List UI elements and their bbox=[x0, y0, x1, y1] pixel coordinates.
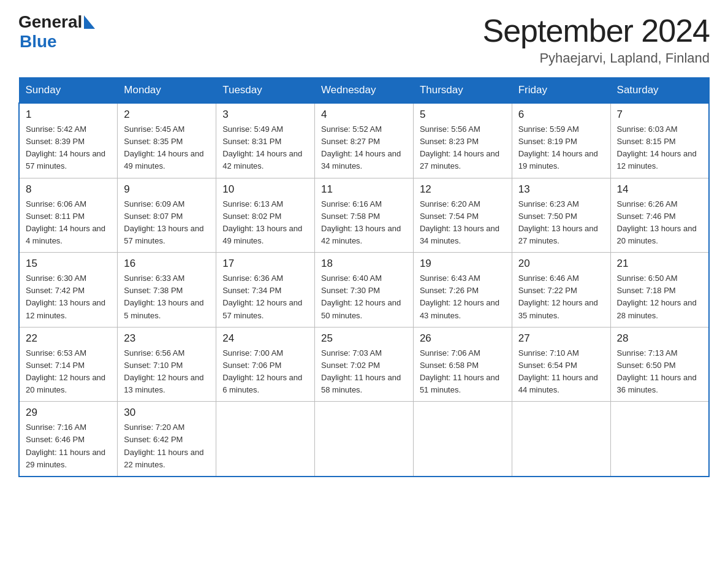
calendar-day-cell: 14Sunrise: 6:26 AMSunset: 7:46 PMDayligh… bbox=[610, 178, 709, 253]
weekday-header-sunday: Sunday bbox=[19, 78, 118, 104]
day-info: Sunrise: 6:23 AMSunset: 7:50 PMDaylight:… bbox=[518, 198, 604, 248]
calendar-table: SundayMondayTuesdayWednesdayThursdayFrid… bbox=[18, 77, 710, 477]
day-info: Sunrise: 7:16 AMSunset: 6:46 PMDaylight:… bbox=[26, 421, 111, 471]
calendar-week-row: 8Sunrise: 6:06 AMSunset: 8:11 PMDaylight… bbox=[19, 178, 709, 253]
day-number: 8 bbox=[26, 183, 111, 196]
day-number: 14 bbox=[617, 183, 702, 196]
weekday-header-row: SundayMondayTuesdayWednesdayThursdayFrid… bbox=[19, 78, 709, 104]
day-number: 16 bbox=[124, 258, 210, 270]
day-info: Sunrise: 5:42 AMSunset: 8:39 PMDaylight:… bbox=[26, 123, 111, 173]
day-number: 13 bbox=[518, 183, 604, 196]
calendar-day-cell bbox=[512, 402, 610, 477]
day-info: Sunrise: 5:52 AMSunset: 8:27 PMDaylight:… bbox=[321, 123, 407, 173]
calendar-week-row: 15Sunrise: 6:30 AMSunset: 7:42 PMDayligh… bbox=[19, 253, 709, 327]
day-number: 9 bbox=[124, 183, 210, 196]
calendar-day-cell: 18Sunrise: 6:40 AMSunset: 7:30 PMDayligh… bbox=[315, 253, 414, 327]
calendar-day-cell: 11Sunrise: 6:16 AMSunset: 7:58 PMDayligh… bbox=[315, 178, 414, 253]
weekday-header-tuesday: Tuesday bbox=[216, 78, 315, 104]
day-info: Sunrise: 6:43 AMSunset: 7:26 PMDaylight:… bbox=[420, 272, 506, 322]
day-number: 29 bbox=[26, 407, 111, 419]
day-number: 12 bbox=[420, 183, 506, 196]
calendar-subtitle: Pyhaejarvi, Lapland, Finland bbox=[483, 50, 710, 66]
day-info: Sunrise: 6:26 AMSunset: 7:46 PMDaylight:… bbox=[617, 198, 702, 248]
day-number: 20 bbox=[518, 258, 604, 270]
day-info: Sunrise: 6:09 AMSunset: 8:07 PMDaylight:… bbox=[124, 198, 210, 248]
day-number: 3 bbox=[222, 109, 308, 121]
day-info: Sunrise: 6:30 AMSunset: 7:42 PMDaylight:… bbox=[26, 272, 111, 322]
calendar-day-cell: 19Sunrise: 6:43 AMSunset: 7:26 PMDayligh… bbox=[413, 253, 512, 327]
calendar-day-cell: 1Sunrise: 5:42 AMSunset: 8:39 PMDaylight… bbox=[19, 103, 118, 178]
calendar-day-cell: 15Sunrise: 6:30 AMSunset: 7:42 PMDayligh… bbox=[19, 253, 118, 327]
day-info: Sunrise: 7:00 AMSunset: 7:06 PMDaylight:… bbox=[222, 347, 308, 397]
calendar-day-cell: 17Sunrise: 6:36 AMSunset: 7:34 PMDayligh… bbox=[216, 253, 315, 327]
day-number: 27 bbox=[518, 332, 604, 345]
day-info: Sunrise: 6:20 AMSunset: 7:54 PMDaylight:… bbox=[420, 198, 506, 248]
day-info: Sunrise: 6:06 AMSunset: 8:11 PMDaylight:… bbox=[26, 198, 111, 248]
day-info: Sunrise: 6:56 AMSunset: 7:10 PMDaylight:… bbox=[124, 347, 210, 397]
day-number: 19 bbox=[420, 258, 506, 270]
logo-blue-text: Blue bbox=[20, 32, 57, 52]
calendar-day-cell: 22Sunrise: 6:53 AMSunset: 7:14 PMDayligh… bbox=[19, 327, 118, 402]
calendar-day-cell bbox=[315, 402, 414, 477]
day-number: 1 bbox=[26, 109, 111, 121]
day-info: Sunrise: 7:10 AMSunset: 6:54 PMDaylight:… bbox=[518, 347, 604, 397]
day-info: Sunrise: 5:56 AMSunset: 8:23 PMDaylight:… bbox=[420, 123, 506, 173]
day-info: Sunrise: 6:13 AMSunset: 8:02 PMDaylight:… bbox=[222, 198, 308, 248]
calendar-day-cell: 28Sunrise: 7:13 AMSunset: 6:50 PMDayligh… bbox=[610, 327, 709, 402]
svg-marker-0 bbox=[84, 15, 95, 29]
title-block: September 2024 Pyhaejarvi, Lapland, Finl… bbox=[483, 12, 710, 66]
day-info: Sunrise: 6:40 AMSunset: 7:30 PMDaylight:… bbox=[321, 272, 407, 322]
day-number: 25 bbox=[321, 332, 407, 345]
calendar-day-cell: 20Sunrise: 6:46 AMSunset: 7:22 PMDayligh… bbox=[512, 253, 610, 327]
day-info: Sunrise: 7:20 AMSunset: 6:42 PMDaylight:… bbox=[124, 421, 210, 471]
calendar-week-row: 1Sunrise: 5:42 AMSunset: 8:39 PMDaylight… bbox=[19, 103, 709, 178]
day-number: 24 bbox=[222, 332, 308, 345]
calendar-day-cell: 21Sunrise: 6:50 AMSunset: 7:18 PMDayligh… bbox=[610, 253, 709, 327]
calendar-day-cell: 23Sunrise: 6:56 AMSunset: 7:10 PMDayligh… bbox=[118, 327, 216, 402]
page-header: General Blue September 2024 Pyhaejarvi, … bbox=[18, 12, 710, 66]
day-info: Sunrise: 7:13 AMSunset: 6:50 PMDaylight:… bbox=[617, 347, 702, 397]
calendar-day-cell: 13Sunrise: 6:23 AMSunset: 7:50 PMDayligh… bbox=[512, 178, 610, 253]
calendar-day-cell: 25Sunrise: 7:03 AMSunset: 7:02 PMDayligh… bbox=[315, 327, 414, 402]
day-number: 22 bbox=[26, 332, 111, 345]
calendar-day-cell bbox=[610, 402, 709, 477]
calendar-day-cell: 30Sunrise: 7:20 AMSunset: 6:42 PMDayligh… bbox=[118, 402, 216, 477]
calendar-day-cell: 2Sunrise: 5:45 AMSunset: 8:35 PMDaylight… bbox=[118, 103, 216, 178]
calendar-day-cell: 4Sunrise: 5:52 AMSunset: 8:27 PMDaylight… bbox=[315, 103, 414, 178]
weekday-header-monday: Monday bbox=[118, 78, 216, 104]
day-number: 26 bbox=[420, 332, 506, 345]
day-number: 18 bbox=[321, 258, 407, 270]
calendar-day-cell: 12Sunrise: 6:20 AMSunset: 7:54 PMDayligh… bbox=[413, 178, 512, 253]
calendar-day-cell: 26Sunrise: 7:06 AMSunset: 6:58 PMDayligh… bbox=[413, 327, 512, 402]
calendar-day-cell: 3Sunrise: 5:49 AMSunset: 8:31 PMDaylight… bbox=[216, 103, 315, 178]
day-number: 7 bbox=[617, 109, 702, 121]
calendar-day-cell: 8Sunrise: 6:06 AMSunset: 8:11 PMDaylight… bbox=[19, 178, 118, 253]
calendar-title: September 2024 bbox=[483, 12, 710, 49]
day-info: Sunrise: 6:33 AMSunset: 7:38 PMDaylight:… bbox=[124, 272, 210, 322]
day-info: Sunrise: 7:03 AMSunset: 7:02 PMDaylight:… bbox=[321, 347, 407, 397]
calendar-day-cell: 9Sunrise: 6:09 AMSunset: 8:07 PMDaylight… bbox=[118, 178, 216, 253]
logo-general-text: General bbox=[18, 12, 82, 32]
day-number: 5 bbox=[420, 109, 506, 121]
day-info: Sunrise: 6:36 AMSunset: 7:34 PMDaylight:… bbox=[222, 272, 308, 322]
weekday-header-saturday: Saturday bbox=[610, 78, 709, 104]
day-info: Sunrise: 5:49 AMSunset: 8:31 PMDaylight:… bbox=[222, 123, 308, 173]
logo-triangle-icon bbox=[84, 15, 95, 31]
calendar-week-row: 22Sunrise: 6:53 AMSunset: 7:14 PMDayligh… bbox=[19, 327, 709, 402]
day-info: Sunrise: 6:46 AMSunset: 7:22 PMDaylight:… bbox=[518, 272, 604, 322]
calendar-day-cell: 10Sunrise: 6:13 AMSunset: 8:02 PMDayligh… bbox=[216, 178, 315, 253]
calendar-day-cell: 7Sunrise: 6:03 AMSunset: 8:15 PMDaylight… bbox=[610, 103, 709, 178]
day-info: Sunrise: 5:59 AMSunset: 8:19 PMDaylight:… bbox=[518, 123, 604, 173]
calendar-day-cell bbox=[216, 402, 315, 477]
calendar-day-cell: 16Sunrise: 6:33 AMSunset: 7:38 PMDayligh… bbox=[118, 253, 216, 327]
day-number: 17 bbox=[222, 258, 308, 270]
calendar-day-cell bbox=[413, 402, 512, 477]
calendar-day-cell: 27Sunrise: 7:10 AMSunset: 6:54 PMDayligh… bbox=[512, 327, 610, 402]
day-info: Sunrise: 6:16 AMSunset: 7:58 PMDaylight:… bbox=[321, 198, 407, 248]
day-number: 21 bbox=[617, 258, 702, 270]
day-number: 15 bbox=[26, 258, 111, 270]
day-info: Sunrise: 6:03 AMSunset: 8:15 PMDaylight:… bbox=[617, 123, 702, 173]
day-number: 6 bbox=[518, 109, 604, 121]
weekday-header-friday: Friday bbox=[512, 78, 610, 104]
calendar-day-cell: 5Sunrise: 5:56 AMSunset: 8:23 PMDaylight… bbox=[413, 103, 512, 178]
